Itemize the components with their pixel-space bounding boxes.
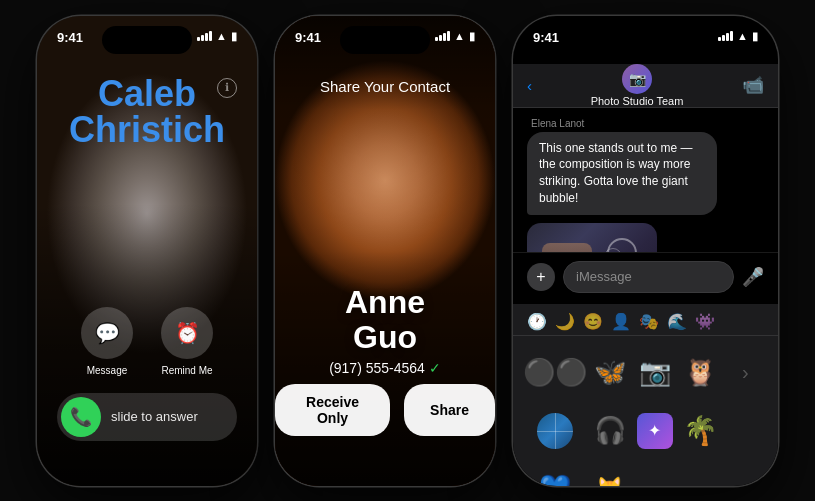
contact-name: Anne Guo	[275, 285, 495, 355]
status-bar-3: 9:41 ▲ ▮	[513, 16, 778, 66]
microphone-icon[interactable]: 🎤	[742, 266, 764, 288]
emoji-empty-cell	[723, 402, 768, 460]
message-input-field[interactable]: iMessage	[563, 261, 734, 293]
status-time-1: 9:41	[57, 30, 83, 45]
emoji-item-rings[interactable]: ⚫⚫	[523, 344, 587, 402]
heart-icon: 💙	[539, 473, 571, 486]
emoji-tab-people[interactable]: 👤	[611, 312, 631, 331]
signal-bars-3	[718, 31, 733, 41]
chevron-left-icon: ‹	[527, 77, 532, 94]
status-time-3: 9:41	[533, 30, 559, 45]
add-attachments-button[interactable]: +	[527, 263, 555, 291]
camera-icon: 📷	[639, 357, 671, 388]
remind-label: Remind Me	[161, 365, 212, 376]
emoji-tab-recent[interactable]: 🕐	[527, 312, 547, 331]
headphones-icon: 🎧	[594, 415, 626, 446]
group-avatar: 📷	[622, 64, 652, 94]
bar1	[197, 37, 200, 41]
battery-icon-1: ▮	[231, 30, 237, 43]
contact-info: Anne Guo (917) 555-4564 ✓	[275, 285, 495, 375]
cat-icon: 🐱	[596, 476, 623, 486]
butterfly-icon: 🦋	[594, 357, 626, 388]
bar3	[205, 33, 208, 41]
contact-last-name: Guo	[353, 319, 417, 355]
message-input-bar: + iMessage 🎤	[513, 252, 778, 301]
caller-last-name: Christich	[37, 112, 257, 148]
emoji-item-heart[interactable]: 💙	[523, 460, 587, 486]
signal-bars-2	[435, 31, 450, 41]
message-action[interactable]: 💬 Message	[81, 307, 133, 376]
phone-2-share-contact: 9:41 ▲ ▮ Share Your Contact Anne Guo (91…	[275, 16, 495, 486]
share-button[interactable]: Share	[404, 384, 495, 436]
emoji-tab-stickers[interactable]: 🌊	[667, 312, 687, 331]
video-call-icon[interactable]: 📹	[742, 74, 764, 96]
message-bubble-text: This one stands out to me — the composit…	[527, 132, 717, 215]
slide-text: slide to answer	[111, 409, 198, 424]
emoji-tab-activities[interactable]: 🎭	[639, 312, 659, 331]
slide-to-answer[interactable]: 📞 slide to answer	[57, 393, 237, 441]
bar4	[730, 31, 733, 41]
back-button[interactable]: ‹	[527, 77, 532, 94]
status-icons-2: ▲ ▮	[435, 30, 475, 43]
phone-3-messages: 9:41 ▲ ▮ ‹ 📷 Photo Studio Team 📹	[513, 16, 778, 486]
right-arrow-icon: ›	[742, 361, 749, 384]
input-placeholder: iMessage	[576, 269, 632, 284]
bar1	[718, 37, 721, 41]
info-button[interactable]: ℹ	[217, 78, 237, 98]
remind-icon: ⏰	[161, 307, 213, 359]
globe-icon	[537, 413, 573, 449]
emoji-tab-smileys[interactable]: 😊	[583, 312, 603, 331]
message-text: This one stands out to me — the composit…	[539, 141, 692, 205]
signal-bars-1	[197, 31, 212, 41]
bar3	[443, 33, 446, 41]
phones-container: 9:41 ▲ ▮ Caleb Christich ℹ 💬 M	[27, 6, 788, 496]
share-contact-title: Share Your Contact	[275, 78, 495, 95]
status-icons-3: ▲ ▮	[718, 30, 758, 43]
battery-icon-3: ▮	[752, 30, 758, 43]
group-name: Photo Studio Team	[591, 95, 684, 107]
verified-icon: ✓	[429, 360, 441, 376]
call-actions-row: 💬 Message ⏰ Remind Me	[37, 307, 257, 376]
emoji-tab-games[interactable]: 👾	[695, 312, 715, 331]
conversation-info[interactable]: 📷 Photo Studio Team	[591, 64, 684, 107]
emoji-item-sticker[interactable]: ✦	[632, 402, 677, 460]
wifi-icon-3: ▲	[737, 30, 748, 42]
receive-only-button[interactable]: Receive Only	[275, 384, 390, 436]
emoji-item-globe[interactable]	[523, 402, 587, 460]
answer-phone-icon: 📞	[61, 397, 101, 437]
emoji-tab-nature[interactable]: 🌙	[555, 312, 575, 331]
remind-action[interactable]: ⏰ Remind Me	[161, 307, 213, 376]
battery-icon-2: ▮	[469, 30, 475, 43]
emoji-item-butterfly[interactable]: 🦋	[587, 344, 632, 402]
share-contact-buttons: Receive Only Share	[275, 384, 495, 436]
messages-header: ‹ 📷 Photo Studio Team 📹	[513, 64, 778, 108]
status-bar-1: 9:41 ▲ ▮	[37, 16, 257, 66]
sender-name: Elena Lanot	[531, 118, 764, 129]
emoji-item-headphones[interactable]: 🎧	[587, 402, 632, 460]
emoji-picker: 🕐 🌙 😊 👤 🎭 🌊 👾 ⚫⚫ 🦋 📷	[513, 304, 778, 486]
emoji-tab-row: 🕐 🌙 😊 👤 🎭 🌊 👾	[513, 304, 778, 336]
bar2	[439, 35, 442, 41]
status-time-2: 9:41	[295, 30, 321, 45]
status-bar-2: 9:41 ▲ ▮	[275, 16, 495, 66]
emoji-item-cat[interactable]: 🐱	[587, 460, 632, 486]
owl-icon: 🦉	[684, 357, 716, 388]
message-icon: 💬	[81, 307, 133, 359]
status-icons-1: ▲ ▮	[197, 30, 237, 43]
emoji-item-camera[interactable]: 📷	[632, 344, 677, 402]
phone-1-incoming-call: 9:41 ▲ ▮ Caleb Christich ℹ 💬 M	[37, 16, 257, 486]
emoji-item-palm[interactable]: 🌴	[678, 402, 723, 460]
wifi-icon-1: ▲	[216, 30, 227, 42]
emoji-item-owl[interactable]: 🦉	[678, 344, 723, 402]
phone-number-text: (917) 555-4564	[329, 360, 425, 376]
bar2	[201, 35, 204, 41]
emoji-item-arrow[interactable]: ›	[723, 344, 768, 402]
wifi-icon-2: ▲	[454, 30, 465, 42]
bar1	[435, 37, 438, 41]
contact-phone-number: (917) 555-4564 ✓	[275, 360, 495, 376]
sticker-icon: ✦	[637, 413, 673, 449]
emoji-grid: ⚫⚫ 🦋 📷 🦉 ›	[513, 336, 778, 486]
contact-first-name: Anne	[345, 284, 425, 320]
bar4	[209, 31, 212, 41]
bar3	[726, 33, 729, 41]
